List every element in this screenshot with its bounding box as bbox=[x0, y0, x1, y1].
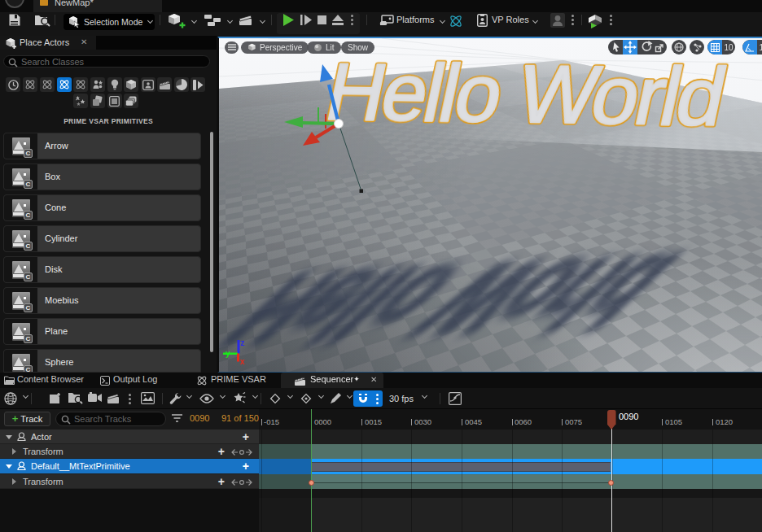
svg-text:x: x bbox=[240, 357, 245, 366]
svg-text:z: z bbox=[241, 338, 245, 347]
svg-text:y: y bbox=[226, 349, 230, 358]
